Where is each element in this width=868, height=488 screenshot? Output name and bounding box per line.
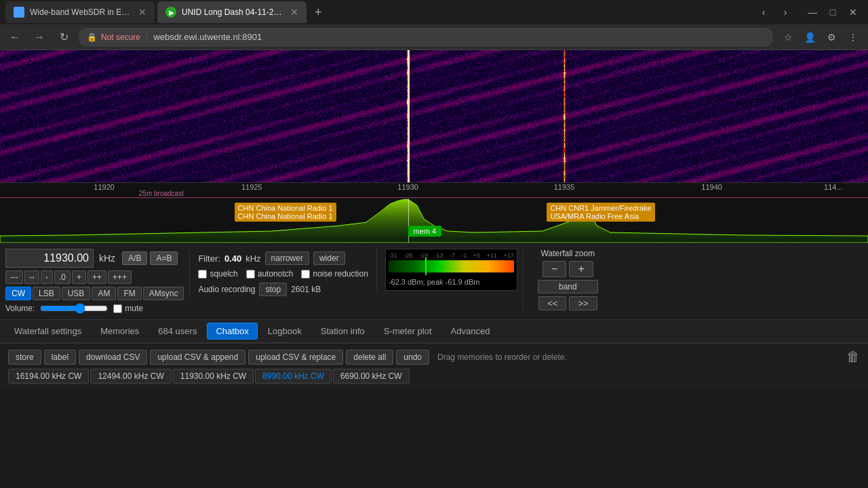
memory-item-3[interactable]: 8990.00 kHz CW — [255, 369, 332, 384]
smeter-display: -31-25-19-13-7-1+5+11+17 -62.3 dBm; peak… — [385, 249, 517, 291]
autonotch-label: autonotch — [246, 269, 294, 279]
tune-btn-double-minus[interactable]: -- — [24, 270, 39, 284]
browser-chrome: Wide-band WebSDR in Ensc... ✕ ▶ UNID Lon… — [0, 0, 868, 50]
noise-reduction-checkbox[interactable] — [301, 270, 310, 279]
tab-chatbox[interactable]: Chatbox — [207, 323, 257, 340]
menu-button[interactable]: ⋮ — [844, 28, 863, 47]
freq-label-11935: 11935 — [554, 183, 575, 191]
waterfall-zoom-title: Waterfall zoom — [541, 249, 595, 258]
mode-cw[interactable]: CW — [5, 287, 31, 300]
autonotch-checkbox[interactable] — [246, 270, 255, 279]
forward-button[interactable]: → — [30, 28, 49, 47]
download-csv-button[interactable]: download CSV — [79, 350, 147, 365]
maximize-button[interactable]: □ — [823, 3, 842, 22]
label-button[interactable]: label — [44, 350, 76, 365]
tab-logbook[interactable]: Logbook — [259, 323, 311, 340]
tab-1[interactable]: Wide-band WebSDR in Ensc... ✕ — [5, 1, 155, 23]
zoom-right-button[interactable]: >> — [569, 296, 597, 310]
trash-button[interactable]: 🗑 — [846, 349, 860, 365]
broadcast-label: 25m broadcast — [139, 190, 184, 197]
tab-advanced[interactable]: Advanced — [442, 323, 499, 340]
bookmark-button[interactable]: ☆ — [778, 28, 797, 47]
tune-btn-triple-minus[interactable]: --- — [5, 270, 23, 284]
tab-memories[interactable]: Memories — [92, 323, 148, 340]
tab-scroll-left[interactable]: ‹ — [754, 3, 773, 22]
volume-slider[interactable] — [40, 303, 108, 314]
mode-amsync[interactable]: AMsync — [143, 287, 184, 300]
mode-fm[interactable]: FM — [117, 287, 141, 300]
tab-scroll-right[interactable]: › — [776, 3, 795, 22]
tab-users[interactable]: 684 users — [149, 323, 205, 340]
tab-1-close[interactable]: ✕ — [138, 7, 146, 18]
tab-smeter-plot[interactable]: S-meter plot — [375, 323, 441, 340]
filter-value: 0.40 — [224, 253, 241, 264]
tune-btn-minus[interactable]: - — [41, 270, 53, 284]
memory-item-0[interactable]: 16194.00 kHz CW — [8, 369, 89, 384]
tab-2[interactable]: ▶ UNID Long Dash 04-11-2022 16:... ✕ — [157, 1, 307, 23]
zoom-left-button[interactable]: << — [538, 296, 566, 310]
address-bar: ← → ↻ 🔒 Not secure | websdr.ewi.utwente.… — [0, 24, 868, 50]
memory-item-1[interactable]: 12494.00 kHz CW — [90, 369, 171, 384]
frequency-input[interactable] — [5, 249, 94, 268]
profile-button[interactable]: 👤 — [800, 28, 819, 47]
memory-item-2[interactable]: 11930.00 kHz CW — [173, 369, 254, 384]
memories-section: store label download CSV upload CSV & ap… — [0, 343, 868, 389]
mode-lsb[interactable]: LSB — [33, 287, 60, 300]
tune-btn-double-plus[interactable]: ++ — [87, 270, 106, 284]
tune-btn-plus[interactable]: + — [72, 270, 86, 284]
close-window-button[interactable]: ✕ — [844, 3, 863, 22]
security-icon: 🔒 — [87, 33, 97, 42]
upload-csv-append-button[interactable]: upload CSV & append — [150, 350, 245, 365]
security-label: Not secure — [101, 33, 140, 42]
mute-checkbox[interactable] — [113, 304, 122, 313]
mode-buttons: CW LSB USB AM FM AMsync — [5, 287, 184, 300]
upload-csv-replace-button[interactable]: upload CSV & replace — [248, 350, 343, 365]
filter-row: Filter: 0.40 kHz narrower wider — [198, 251, 368, 265]
address-input[interactable]: 🔒 Not secure | websdr.ewi.utwente.nl:890… — [79, 28, 773, 47]
waterfall-display — [0, 50, 868, 182]
ab-button[interactable]: A/B — [122, 251, 147, 265]
undo-button[interactable]: undo — [396, 350, 429, 365]
stop-button[interactable]: stop — [259, 283, 287, 296]
mode-am[interactable]: AM — [92, 287, 116, 300]
radio-icon — [14, 7, 24, 18]
audio-recording-label: Audio recording — [198, 285, 255, 294]
smeter-scale-labels: -31-25-19-13-7-1+5+11+17 — [389, 252, 514, 259]
delete-all-button[interactable]: delete all — [346, 350, 393, 365]
tune-btn-triple-plus[interactable]: +++ — [108, 270, 132, 284]
zoom-band-button[interactable]: band — [538, 280, 598, 293]
freq-label-11920: 11920 — [94, 183, 115, 191]
reload-button[interactable]: ↻ — [54, 28, 73, 47]
wider-button[interactable]: wider — [313, 251, 345, 265]
minimize-button[interactable]: — — [803, 3, 822, 22]
back-button[interactable]: ← — [5, 28, 24, 47]
zoom-nav: << >> — [538, 296, 597, 310]
memory-item-4[interactable]: 6690.00 kHz CW — [333, 369, 410, 384]
station-label-1-line2: CHN China National Radio 1 — [238, 212, 333, 220]
checkbox-row: squelch autonotch noise reduction — [198, 269, 368, 279]
mode-usb[interactable]: USB — [62, 287, 91, 300]
store-button[interactable]: store — [8, 350, 41, 365]
aeqb-button[interactable]: A=B — [150, 251, 178, 265]
volume-row: Volume: mute — [5, 303, 184, 314]
tab-waterfall-settings[interactable]: Waterfall settings — [5, 323, 90, 340]
narrower-button[interactable]: narrower — [265, 251, 309, 265]
noise-reduction-label: noise reduction — [301, 269, 368, 279]
mem-4-label: mem 4 — [408, 226, 442, 237]
freq-unit-label: kHz — [99, 253, 115, 264]
new-tab-button[interactable]: + — [309, 5, 328, 20]
mute-label: mute — [113, 304, 143, 313]
audio-row: Audio recording stop 2601 kB — [198, 283, 368, 296]
filter-section: Filter: 0.40 kHz narrower wider squelch … — [189, 249, 370, 299]
url-text: websdr.ewi.utwente.nl:8901 — [153, 32, 262, 42]
squelch-checkbox[interactable] — [198, 270, 207, 279]
zoom-minus-button[interactable]: − — [542, 261, 566, 277]
tune-btn-point[interactable]: .0 — [54, 270, 71, 284]
station-label-2: CHN CNR1 Jammer/Firedrake USA/MRA Radio … — [547, 203, 654, 222]
volume-label: Volume: — [5, 304, 35, 313]
zoom-plus-button[interactable]: + — [569, 261, 593, 277]
extensions-button[interactable]: ⚙ — [822, 28, 841, 47]
broadcast-band-line — [0, 197, 868, 198]
tab-station-info[interactable]: Station info — [312, 323, 374, 340]
tab-2-close[interactable]: ✕ — [290, 7, 298, 18]
